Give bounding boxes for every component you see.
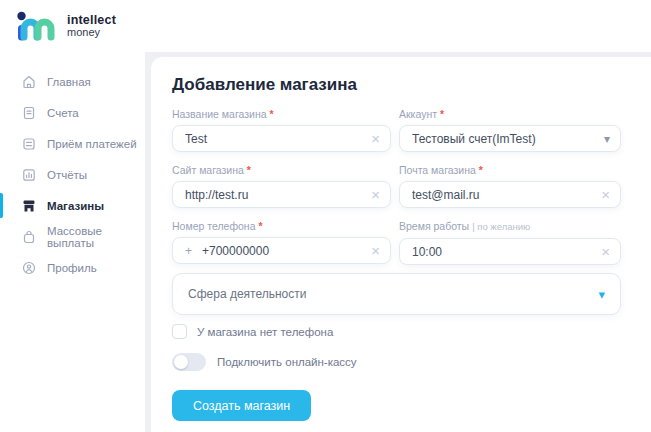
sidebar-item-label: Главная: [47, 76, 91, 88]
chevron-down-icon: ▾: [598, 288, 605, 301]
page-title: Добавление магазина: [172, 74, 627, 96]
sidebar-item-label: Счета: [47, 107, 79, 119]
online-kassa-label: Подключить онлайн-кассу: [217, 356, 357, 368]
required-mark: *: [440, 108, 444, 120]
sidebar-item-label: Отчёты: [47, 169, 87, 181]
sidebar-item-label: Профиль: [47, 262, 97, 274]
create-store-button[interactable]: Создать магазин: [172, 390, 311, 421]
logo-brand: intellect: [67, 14, 116, 27]
store-form: Название магазина * × Аккаунт * Тестовый…: [172, 108, 627, 265]
toggle-knob: [174, 355, 188, 369]
sidebar-item-reports[interactable]: Отчёты: [0, 159, 145, 190]
clear-icon[interactable]: ×: [371, 187, 380, 202]
store-icon: [21, 198, 37, 214]
sidebar-item-label: Магазины: [47, 200, 104, 212]
chevron-down-icon[interactable]: ▾: [604, 133, 610, 145]
invoice-icon: [21, 105, 37, 121]
required-mark: *: [247, 164, 251, 176]
no-phone-checkbox[interactable]: [172, 324, 187, 339]
site-label: Сайт магазина: [172, 164, 244, 176]
work-hours-input[interactable]: [412, 245, 595, 259]
required-mark: *: [479, 164, 483, 176]
email-input[interactable]: [412, 188, 595, 202]
email-label: Почта магазина: [399, 164, 476, 176]
sidebar-item-profile[interactable]: Профиль: [0, 252, 145, 283]
field-site: Сайт магазина * ×: [172, 164, 391, 208]
account-select-value: Тестовый счет(ImTest): [412, 132, 598, 146]
clear-icon[interactable]: ×: [601, 187, 610, 202]
sidebar: Главная Счета Приём платежей: [0, 52, 145, 432]
sidebar-item-stores[interactable]: Магазины: [0, 190, 145, 221]
sidebar-item-label: Массовые выплаты: [47, 225, 145, 249]
account-select[interactable]: Тестовый счет(ImTest) ▾: [399, 125, 621, 152]
online-kassa-toggle[interactable]: [172, 353, 206, 371]
main-card: Добавление магазина Название магазина * …: [151, 57, 651, 432]
logo-brand-sub: money: [67, 27, 116, 39]
clear-icon[interactable]: ×: [371, 243, 380, 258]
field-email: Почта магазина * ×: [399, 164, 621, 208]
sidebar-item-mass-payouts[interactable]: Массовые выплаты: [0, 221, 145, 252]
site-input[interactable]: [185, 188, 365, 202]
store-name-input[interactable]: [185, 132, 365, 146]
app-header: intellect money: [0, 0, 651, 52]
phone-label: Номер телефона: [172, 220, 256, 232]
activity-select[interactable]: Сфера деятельности ▾: [172, 273, 621, 315]
profile-icon: [21, 260, 37, 276]
sidebar-item-invoices[interactable]: Счета: [0, 97, 145, 128]
field-account: Аккаунт * Тестовый счет(ImTest) ▾: [399, 108, 621, 152]
phone-input[interactable]: [202, 244, 365, 258]
no-phone-label: У магазина нет телефона: [197, 326, 333, 338]
clear-icon[interactable]: ×: [371, 131, 380, 146]
phone-prefix: +: [185, 244, 192, 258]
home-icon: [21, 74, 37, 90]
field-phone: Номер телефона * + ×: [172, 220, 391, 265]
logo: intellect money: [16, 11, 116, 41]
field-store-name: Название магазина * ×: [172, 108, 391, 152]
reports-icon: [21, 167, 37, 183]
activity-select-label: Сфера деятельности: [188, 287, 598, 301]
clear-icon[interactable]: ×: [601, 244, 610, 259]
required-mark: *: [270, 108, 274, 120]
sidebar-item-payments[interactable]: Приём платежей: [0, 128, 145, 159]
no-phone-row: У магазина нет телефона: [172, 324, 621, 339]
account-label: Аккаунт: [399, 108, 437, 120]
online-kassa-row: Подключить онлайн-кассу: [172, 353, 627, 371]
work-hours-label: Время работы: [399, 220, 469, 232]
payouts-bag-icon: [21, 229, 37, 245]
store-name-label: Название магазина: [172, 108, 267, 120]
work-hours-optional-note: | по желанию: [472, 221, 530, 233]
logo-mark-icon: [16, 11, 58, 41]
field-work-hours: Время работы | по желанию ×: [399, 220, 621, 265]
sidebar-item-label: Приём платежей: [47, 138, 137, 150]
payments-icon: [21, 136, 37, 152]
required-mark: *: [259, 220, 263, 232]
sidebar-item-home[interactable]: Главная: [0, 66, 145, 97]
